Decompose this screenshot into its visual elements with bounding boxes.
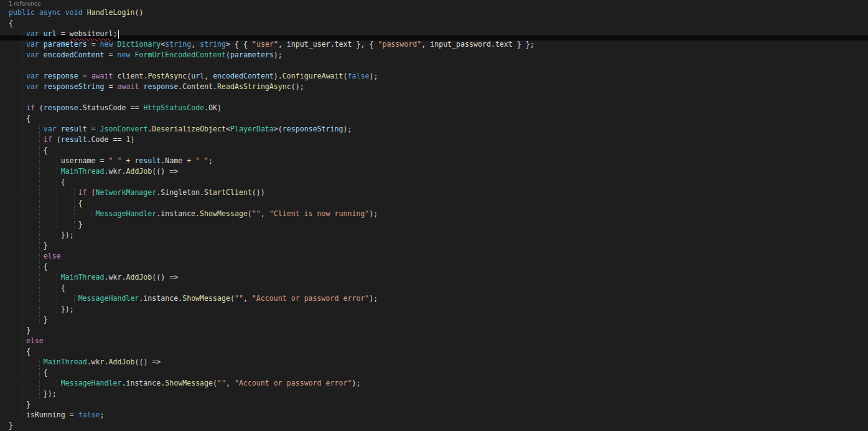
code-token: (() => <box>134 358 161 366</box>
indent-guide <box>9 29 26 39</box>
code-token: ( <box>226 50 230 59</box>
code-line[interactable]: { <box>0 367 868 378</box>
code-line[interactable]: } <box>0 325 868 336</box>
code-line[interactable]: MainThread.wkr.AddJob(() => <box>0 272 868 283</box>
code-line[interactable]: if (result.Code == 1) <box>0 135 868 145</box>
code-line[interactable]: } <box>0 240 868 251</box>
indent-guide <box>26 283 44 293</box>
indent-guide <box>9 389 26 399</box>
code-token: AddJob <box>109 358 135 366</box>
code-token: }); <box>44 389 57 398</box>
indent-guide <box>9 166 26 177</box>
code-line[interactable]: var encodedContent = new FormUrlEncodedC… <box>0 50 868 60</box>
code-line[interactable]: else <box>0 336 868 346</box>
code-token: ); <box>369 294 378 303</box>
code-line[interactable]: } <box>0 219 868 230</box>
code-line[interactable]: else <box>0 251 868 262</box>
code-token: "Account or password error" <box>252 294 369 303</box>
code-line[interactable]: { <box>0 262 868 272</box>
indent-guide <box>9 367 26 378</box>
code-token: { <box>61 283 65 292</box>
code-line[interactable]: isRunning = false; <box>0 410 868 420</box>
code-token: false <box>78 410 100 419</box>
code-token: ShowMessage <box>200 209 248 218</box>
code-line[interactable]: var result = JsonConvert.DeserializeObje… <box>0 124 868 135</box>
code-token: , <box>261 209 269 218</box>
code-line[interactable]: { <box>0 346 868 357</box>
indent-guide <box>9 378 26 389</box>
code-line[interactable]: if (response.StatusCode == HttpStatusCod… <box>0 103 868 113</box>
code-line[interactable]: var responseString = await response.Cont… <box>0 82 868 92</box>
code-line[interactable] <box>0 92 868 103</box>
code-line[interactable]: MessageHandler.instance.ShowMessage("", … <box>0 293 868 304</box>
code-token: { <box>26 347 30 356</box>
code-token <box>35 8 39 17</box>
indent-guide <box>9 103 26 113</box>
code-line[interactable]: var response = await client.PostAsync(ur… <box>0 71 868 82</box>
code-line[interactable]: if (NetworkManager.Singleton.StartClient… <box>0 187 868 198</box>
code-line[interactable]: MainThread.wkr.AddJob(() => <box>0 166 868 177</box>
code-line[interactable]: } <box>0 399 868 410</box>
indent-guide <box>26 272 44 283</box>
code-token: ); <box>343 125 352 133</box>
indent-guide <box>9 145 26 156</box>
indent-guide <box>44 198 61 209</box>
indent-guide <box>9 187 26 198</box>
code-line[interactable]: { <box>0 177 868 187</box>
code-token: ReadAsStringAsync <box>217 82 291 91</box>
code-token: async <box>39 8 61 17</box>
code-token: .Singleton. <box>156 188 204 197</box>
code-line[interactable]: var url = websiteurl; <box>0 29 868 39</box>
indent-guide <box>9 198 26 209</box>
code-token: ); <box>369 209 378 218</box>
code-line[interactable]: } <box>0 420 868 431</box>
indent-guide <box>44 272 61 283</box>
indent-guide <box>9 283 26 293</box>
code-token: HandleLogin <box>87 8 135 17</box>
code-line[interactable]: { <box>0 145 868 156</box>
code-token: MessageHandler <box>78 294 139 303</box>
code-line[interactable]: { <box>0 283 868 293</box>
code-token: .instance. <box>121 379 165 387</box>
code-token: result <box>134 156 161 165</box>
code-token: + <box>121 156 134 165</box>
indent-guide <box>9 336 26 346</box>
code-token: response <box>143 82 178 91</box>
indent-guide <box>26 367 44 378</box>
code-token <box>39 72 44 80</box>
indent-guide <box>26 251 44 262</box>
code-token: AddJob <box>126 167 152 176</box>
code-line[interactable]: MessageHandler.instance.ShowMessage("", … <box>0 209 868 219</box>
code-token: result <box>61 135 87 144</box>
code-line[interactable] <box>0 60 868 71</box>
code-editor[interactable]: 1 reference public async void HandleLogi… <box>0 0 868 431</box>
codelens-references-link[interactable]: 1 reference <box>9 0 41 7</box>
code-line[interactable]: }); <box>0 389 868 399</box>
code-line[interactable]: { <box>0 18 868 29</box>
code-line[interactable]: { <box>0 113 868 124</box>
code-line[interactable]: MessageHandler.instance.ShowMessage("", … <box>0 378 868 389</box>
code-token: { <box>9 19 13 27</box>
code-token: , <box>243 294 252 303</box>
code-token: = <box>105 82 118 91</box>
code-token: client. <box>113 72 148 80</box>
code-line[interactable]: } <box>0 315 868 325</box>
indent-guide <box>9 209 26 219</box>
code-line[interactable]: MainThread.wkr.AddJob(() => <box>0 357 868 367</box>
code-line[interactable]: public async void HandleLogin() <box>0 7 868 18</box>
code-token: username = <box>61 156 109 165</box>
code-line[interactable]: { <box>0 198 868 209</box>
code-token: ()) <box>252 188 265 197</box>
code-token: ConfigureAwait <box>282 72 343 80</box>
indent-guide <box>26 315 44 325</box>
code-line[interactable]: username = " " + result.Name + " "; <box>0 156 868 166</box>
code-line[interactable]: }); <box>0 230 868 240</box>
indent-guide <box>26 357 44 367</box>
code-token: .StatusCode == <box>78 103 144 112</box>
code-line[interactable]: }); <box>0 304 868 315</box>
code-token <box>57 125 61 133</box>
code-token: "password" <box>378 40 421 49</box>
indent-guide <box>26 389 44 399</box>
code-line[interactable]: var parameters = new Dictionary<string, … <box>0 39 868 50</box>
code-token: } <box>26 326 30 334</box>
